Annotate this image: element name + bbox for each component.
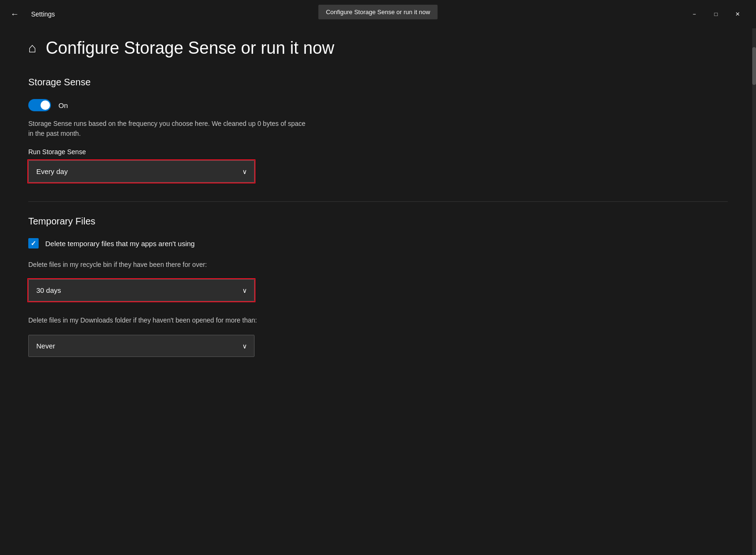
- downloads-description: Delete files in my Downloads folder if t…: [28, 315, 311, 325]
- toggle-state-label: On: [58, 101, 68, 109]
- delete-temp-label: Delete temporary files that my apps aren…: [45, 240, 195, 248]
- toggle-row: On: [28, 99, 728, 111]
- recycle-bin-description: Delete files in my recycle bin if they h…: [28, 260, 311, 270]
- run-storage-sense-label: Run Storage Sense: [28, 148, 728, 156]
- section-divider: [28, 201, 728, 202]
- title-bar-controls: − □ ✕: [683, 5, 748, 24]
- close-button[interactable]: ✕: [727, 5, 748, 24]
- recycle-bin-dropdown[interactable]: Never 1 day 14 days 30 days 60 days: [28, 279, 255, 301]
- storage-sense-section: Storage Sense On Storage Sense runs base…: [28, 77, 728, 182]
- delete-temp-row: ✓ Delete temporary files that my apps ar…: [28, 238, 728, 249]
- storage-sense-description: Storage Sense runs based on the frequenc…: [28, 119, 311, 139]
- title-bar: ← Settings Configure Storage Sense or ru…: [0, 0, 756, 28]
- temporary-files-section: Temporary Files ✓ Delete temporary files…: [28, 216, 728, 357]
- scrollbar-thumb[interactable]: [752, 47, 756, 85]
- home-icon[interactable]: ⌂: [28, 41, 36, 56]
- title-bar-left: ← Settings: [8, 7, 55, 22]
- page-header: ⌂ Configure Storage Sense or run it now: [28, 38, 728, 58]
- back-button[interactable]: ←: [8, 7, 22, 22]
- run-storage-sense-dropdown[interactable]: Every day Every week Every month During …: [28, 160, 255, 182]
- temporary-files-title: Temporary Files: [28, 216, 728, 227]
- storage-sense-title: Storage Sense: [28, 77, 728, 88]
- main-content: ⌂ Configure Storage Sense or run it now …: [0, 28, 756, 555]
- minimize-button[interactable]: −: [683, 5, 705, 24]
- run-storage-sense-dropdown-container: Every day Every week Every month During …: [28, 160, 255, 182]
- tooltip-label: Configure Storage Sense or run it now: [318, 5, 437, 19]
- downloads-dropdown[interactable]: Never 1 day 14 days 30 days 60 days: [28, 335, 255, 357]
- toggle-thumb: [41, 100, 50, 110]
- toggle-track: [28, 99, 51, 111]
- page-title: Configure Storage Sense or run it now: [46, 38, 334, 58]
- recycle-bin-dropdown-container: Never 1 day 14 days 30 days 60 days ∨: [28, 279, 255, 301]
- delete-temp-checkbox[interactable]: ✓: [28, 238, 39, 249]
- scrollbar[interactable]: [752, 28, 756, 555]
- app-title: Settings: [31, 10, 55, 18]
- downloads-dropdown-container: Never 1 day 14 days 30 days 60 days ∨: [28, 335, 255, 357]
- maximize-button[interactable]: □: [705, 5, 727, 24]
- checkmark-icon: ✓: [31, 240, 36, 247]
- storage-sense-toggle[interactable]: [28, 99, 51, 111]
